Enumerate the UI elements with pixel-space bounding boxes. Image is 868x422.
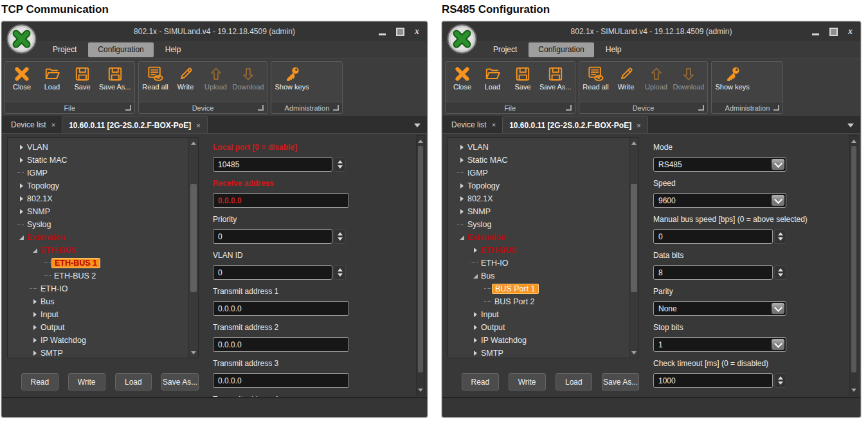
read-button[interactable]: Read bbox=[462, 373, 499, 390]
tree-item[interactable]: 802.1X bbox=[453, 192, 628, 205]
ribbon-button-read-all[interactable]: Read all bbox=[141, 63, 170, 102]
tree-scrollbar-thumb[interactable] bbox=[631, 184, 637, 292]
expand-icon[interactable] bbox=[471, 308, 480, 321]
spin-down-icon[interactable] bbox=[778, 237, 783, 241]
ribbon-button-write[interactable]: Write bbox=[611, 63, 641, 102]
tree-item[interactable]: Static MAC bbox=[453, 154, 628, 167]
minimize-button[interactable] bbox=[812, 28, 819, 35]
tree-item[interactable]: Extension bbox=[453, 231, 628, 244]
expand-icon[interactable] bbox=[17, 205, 26, 218]
tree-scrollbar[interactable] bbox=[188, 138, 198, 358]
spin-down-icon[interactable] bbox=[338, 237, 343, 241]
tree-item[interactable]: SMTP bbox=[13, 347, 188, 358]
tree-item[interactable]: ETH-BUS bbox=[453, 244, 628, 257]
menu-tab-project[interactable]: Project bbox=[43, 42, 86, 57]
spin-down-icon[interactable] bbox=[338, 273, 343, 277]
collapse-icon[interactable] bbox=[17, 231, 26, 244]
write-button[interactable]: Write bbox=[509, 373, 546, 390]
tree-item[interactable]: Output bbox=[453, 321, 628, 334]
maximize-button[interactable] bbox=[396, 28, 404, 35]
ribbon-button-save[interactable]: Save bbox=[508, 63, 538, 102]
dialog-launcher-icon[interactable] bbox=[566, 105, 572, 111]
scroll-down-icon[interactable] bbox=[850, 385, 858, 394]
tree-item[interactable]: SNMP bbox=[13, 205, 188, 218]
dropdown-button[interactable] bbox=[772, 339, 784, 350]
tree-item[interactable]: Topology bbox=[453, 179, 628, 192]
tree-item[interactable]: Output bbox=[13, 321, 188, 334]
menu-tab-help[interactable]: Help bbox=[156, 42, 191, 57]
expand-icon[interactable] bbox=[30, 334, 39, 347]
expand-icon[interactable] bbox=[457, 205, 466, 218]
expand-icon[interactable] bbox=[17, 154, 26, 167]
collapse-icon[interactable] bbox=[471, 270, 480, 282]
ribbon-button-save-as[interactable]: Save As... bbox=[98, 63, 132, 102]
expand-icon[interactable] bbox=[17, 179, 26, 192]
number-input[interactable]: 10485 bbox=[213, 157, 332, 172]
spin-up-icon[interactable] bbox=[778, 268, 783, 271]
tree-item[interactable]: ETH-IO bbox=[453, 257, 628, 270]
text-input[interactable]: 0.0.0.0 bbox=[213, 337, 349, 352]
expand-icon[interactable] bbox=[457, 154, 466, 167]
text-input[interactable]: 0.0.0.0 bbox=[213, 373, 349, 388]
tree-item[interactable]: VLAN bbox=[13, 141, 188, 154]
dialog-launcher-icon[interactable] bbox=[698, 105, 704, 111]
scroll-down-icon[interactable] bbox=[417, 385, 424, 394]
ribbon-button-close[interactable]: Close bbox=[448, 63, 477, 102]
form-scrollbar-thumb[interactable] bbox=[418, 146, 423, 372]
expand-icon[interactable] bbox=[471, 334, 480, 347]
ribbon-button-load[interactable]: Load bbox=[478, 63, 507, 102]
expand-icon[interactable] bbox=[30, 308, 39, 321]
ribbon-button-save-as[interactable]: Save As... bbox=[538, 63, 573, 102]
tree-item[interactable]: Input bbox=[13, 308, 188, 321]
tree-item[interactable]: Topology bbox=[13, 179, 188, 192]
form-scrollbar-thumb[interactable] bbox=[851, 146, 856, 372]
scroll-up-icon[interactable] bbox=[417, 136, 424, 145]
spin-up-icon[interactable] bbox=[778, 376, 783, 380]
tree-item[interactable]: Syslog bbox=[453, 218, 628, 231]
ribbon-button-close[interactable]: Close bbox=[7, 63, 37, 102]
tab-close-icon[interactable]: × bbox=[492, 121, 496, 129]
number-input[interactable]: 1000 bbox=[653, 373, 773, 388]
spin-down-icon[interactable] bbox=[338, 165, 343, 169]
collapse-icon[interactable] bbox=[457, 231, 466, 244]
spinner-buttons[interactable] bbox=[774, 229, 786, 244]
tab-close-icon[interactable]: × bbox=[196, 122, 200, 129]
text-input[interactable]: 0.0.0.0 bbox=[213, 193, 349, 208]
number-input[interactable]: 8 bbox=[653, 265, 773, 280]
write-button[interactable]: Write bbox=[68, 373, 105, 390]
close-window-button[interactable]: x bbox=[415, 22, 419, 41]
menu-tab-help[interactable]: Help bbox=[596, 42, 631, 57]
expand-icon[interactable] bbox=[30, 347, 39, 358]
expand-icon[interactable] bbox=[471, 244, 480, 257]
tree-item[interactable]: ETH-BUS 1 bbox=[13, 257, 188, 270]
title-bar[interactable]: 802.1x - SIMULand.v4 - 19.12.18.4509 (ad… bbox=[442, 22, 860, 41]
spinner-buttons[interactable] bbox=[334, 265, 346, 280]
collapse-icon[interactable] bbox=[30, 244, 39, 257]
ribbon-button-save[interactable]: Save bbox=[68, 63, 97, 102]
text-input[interactable]: 0.0.0.0 bbox=[213, 301, 349, 316]
dialog-launcher-icon[interactable] bbox=[333, 105, 339, 111]
doc-tab-10-60-0-11-2g-2s-0-2-f-box-poe[interactable]: 10.60.0.11 [2G-2S.0.2.F-BOX-PoE]× bbox=[502, 116, 648, 133]
tree-item[interactable]: ETH-IO bbox=[13, 282, 188, 295]
number-input[interactable]: 0 bbox=[213, 229, 332, 244]
form-scrollbar[interactable] bbox=[416, 135, 425, 396]
spin-up-icon[interactable] bbox=[338, 232, 343, 235]
tab-close-icon[interactable]: × bbox=[637, 122, 640, 129]
ribbon-button-write[interactable]: Write bbox=[171, 63, 201, 102]
tree-item[interactable]: Extension bbox=[13, 231, 188, 244]
expand-icon[interactable] bbox=[457, 141, 466, 154]
tree-item[interactable]: VLAN bbox=[453, 141, 628, 154]
tree-item[interactable]: Syslog bbox=[13, 218, 188, 231]
expand-icon[interactable] bbox=[17, 141, 26, 154]
number-input[interactable]: 0 bbox=[653, 229, 773, 244]
spin-down-icon[interactable] bbox=[778, 273, 783, 277]
menu-tab-project[interactable]: Project bbox=[484, 42, 527, 57]
doc-tab-device-list[interactable]: Device list× bbox=[445, 116, 502, 133]
load-button[interactable]: Load bbox=[115, 373, 152, 390]
dropdown-select[interactable]: 1 bbox=[653, 337, 786, 352]
dialog-launcher-icon[interactable] bbox=[258, 105, 264, 111]
spin-up-icon[interactable] bbox=[338, 160, 343, 163]
tree-item[interactable]: IGMP bbox=[13, 167, 188, 179]
dropdown-select[interactable]: 9600 bbox=[653, 193, 786, 208]
read-button[interactable]: Read bbox=[21, 373, 59, 390]
